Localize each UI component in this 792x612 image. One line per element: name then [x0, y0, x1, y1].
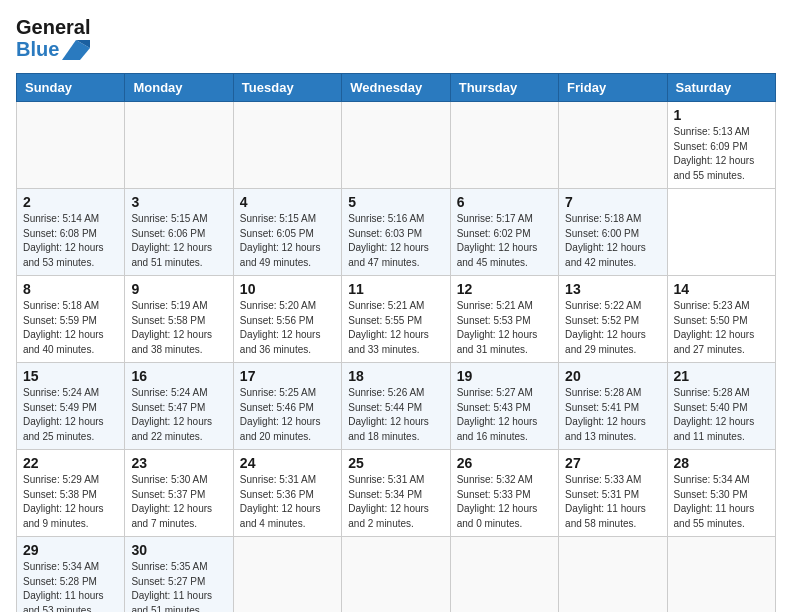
day-number: 27 — [565, 455, 660, 471]
day-number: 25 — [348, 455, 443, 471]
calendar-cell: 25Sunrise: 5:31 AMSunset: 5:34 PMDayligh… — [342, 450, 450, 537]
day-number: 21 — [674, 368, 769, 384]
day-number: 20 — [565, 368, 660, 384]
calendar-cell: 28Sunrise: 5:34 AMSunset: 5:30 PMDayligh… — [667, 450, 775, 537]
day-info: Sunrise: 5:26 AMSunset: 5:44 PMDaylight:… — [348, 387, 429, 442]
calendar-week-4: 22Sunrise: 5:29 AMSunset: 5:38 PMDayligh… — [17, 450, 776, 537]
day-info: Sunrise: 5:20 AMSunset: 5:56 PMDaylight:… — [240, 300, 321, 355]
day-info: Sunrise: 5:34 AMSunset: 5:28 PMDaylight:… — [23, 561, 104, 612]
calendar-cell: 14Sunrise: 5:23 AMSunset: 5:50 PMDayligh… — [667, 276, 775, 363]
day-number: 17 — [240, 368, 335, 384]
calendar-cell: 5Sunrise: 5:16 AMSunset: 6:03 PMDaylight… — [342, 189, 450, 276]
day-number: 30 — [131, 542, 226, 558]
calendar-cell: 20Sunrise: 5:28 AMSunset: 5:41 PMDayligh… — [559, 363, 667, 450]
calendar-cell: 6Sunrise: 5:17 AMSunset: 6:02 PMDaylight… — [450, 189, 558, 276]
calendar-cell: 23Sunrise: 5:30 AMSunset: 5:37 PMDayligh… — [125, 450, 233, 537]
calendar-cell — [342, 537, 450, 613]
calendar-cell: 7Sunrise: 5:18 AMSunset: 6:00 PMDaylight… — [559, 189, 667, 276]
calendar-cell: 9Sunrise: 5:19 AMSunset: 5:58 PMDaylight… — [125, 276, 233, 363]
day-number: 1 — [674, 107, 769, 123]
calendar-cell: 12Sunrise: 5:21 AMSunset: 5:53 PMDayligh… — [450, 276, 558, 363]
calendar-cell — [450, 537, 558, 613]
day-number: 26 — [457, 455, 552, 471]
page-header: General Blue — [16, 16, 776, 61]
day-info: Sunrise: 5:32 AMSunset: 5:33 PMDaylight:… — [457, 474, 538, 529]
calendar-cell — [125, 102, 233, 189]
day-info: Sunrise: 5:27 AMSunset: 5:43 PMDaylight:… — [457, 387, 538, 442]
calendar-cell: 21Sunrise: 5:28 AMSunset: 5:40 PMDayligh… — [667, 363, 775, 450]
day-info: Sunrise: 5:15 AMSunset: 6:06 PMDaylight:… — [131, 213, 212, 268]
col-header-saturday: Saturday — [667, 74, 775, 102]
calendar-cell: 8Sunrise: 5:18 AMSunset: 5:59 PMDaylight… — [17, 276, 125, 363]
calendar-body: 1Sunrise: 5:13 AMSunset: 6:09 PMDaylight… — [17, 102, 776, 613]
day-info: Sunrise: 5:19 AMSunset: 5:58 PMDaylight:… — [131, 300, 212, 355]
day-info: Sunrise: 5:21 AMSunset: 5:53 PMDaylight:… — [457, 300, 538, 355]
calendar-cell: 13Sunrise: 5:22 AMSunset: 5:52 PMDayligh… — [559, 276, 667, 363]
day-number: 2 — [23, 194, 118, 210]
calendar-cell: 10Sunrise: 5:20 AMSunset: 5:56 PMDayligh… — [233, 276, 341, 363]
day-number: 16 — [131, 368, 226, 384]
day-number: 14 — [674, 281, 769, 297]
day-number: 4 — [240, 194, 335, 210]
calendar-cell: 29Sunrise: 5:34 AMSunset: 5:28 PMDayligh… — [17, 537, 125, 613]
day-info: Sunrise: 5:35 AMSunset: 5:27 PMDaylight:… — [131, 561, 212, 612]
calendar-cell: 19Sunrise: 5:27 AMSunset: 5:43 PMDayligh… — [450, 363, 558, 450]
calendar-cell: 22Sunrise: 5:29 AMSunset: 5:38 PMDayligh… — [17, 450, 125, 537]
calendar-cell — [233, 102, 341, 189]
day-info: Sunrise: 5:34 AMSunset: 5:30 PMDaylight:… — [674, 474, 755, 529]
day-number: 8 — [23, 281, 118, 297]
col-header-sunday: Sunday — [17, 74, 125, 102]
day-info: Sunrise: 5:14 AMSunset: 6:08 PMDaylight:… — [23, 213, 104, 268]
day-info: Sunrise: 5:25 AMSunset: 5:46 PMDaylight:… — [240, 387, 321, 442]
day-info: Sunrise: 5:28 AMSunset: 5:41 PMDaylight:… — [565, 387, 646, 442]
col-header-tuesday: Tuesday — [233, 74, 341, 102]
day-number: 13 — [565, 281, 660, 297]
day-info: Sunrise: 5:15 AMSunset: 6:05 PMDaylight:… — [240, 213, 321, 268]
calendar-cell — [667, 537, 775, 613]
day-number: 18 — [348, 368, 443, 384]
calendar-cell: 1Sunrise: 5:13 AMSunset: 6:09 PMDaylight… — [667, 102, 775, 189]
calendar-cell: 26Sunrise: 5:32 AMSunset: 5:33 PMDayligh… — [450, 450, 558, 537]
logo-icon — [62, 40, 90, 60]
calendar-cell — [450, 102, 558, 189]
day-info: Sunrise: 5:23 AMSunset: 5:50 PMDaylight:… — [674, 300, 755, 355]
calendar-cell — [559, 102, 667, 189]
logo-general: General — [16, 16, 90, 38]
day-info: Sunrise: 5:22 AMSunset: 5:52 PMDaylight:… — [565, 300, 646, 355]
calendar-week-2: 8Sunrise: 5:18 AMSunset: 5:59 PMDaylight… — [17, 276, 776, 363]
col-header-wednesday: Wednesday — [342, 74, 450, 102]
logo: General Blue — [16, 16, 90, 61]
calendar-cell: 17Sunrise: 5:25 AMSunset: 5:46 PMDayligh… — [233, 363, 341, 450]
day-info: Sunrise: 5:24 AMSunset: 5:47 PMDaylight:… — [131, 387, 212, 442]
day-info: Sunrise: 5:31 AMSunset: 5:36 PMDaylight:… — [240, 474, 321, 529]
col-header-friday: Friday — [559, 74, 667, 102]
day-number: 24 — [240, 455, 335, 471]
day-number: 15 — [23, 368, 118, 384]
logo-blue: Blue — [16, 38, 59, 61]
day-number: 10 — [240, 281, 335, 297]
calendar-cell: 2Sunrise: 5:14 AMSunset: 6:08 PMDaylight… — [17, 189, 125, 276]
day-info: Sunrise: 5:17 AMSunset: 6:02 PMDaylight:… — [457, 213, 538, 268]
day-info: Sunrise: 5:24 AMSunset: 5:49 PMDaylight:… — [23, 387, 104, 442]
day-number: 28 — [674, 455, 769, 471]
calendar-cell: 27Sunrise: 5:33 AMSunset: 5:31 PMDayligh… — [559, 450, 667, 537]
calendar-header-row: SundayMondayTuesdayWednesdayThursdayFrid… — [17, 74, 776, 102]
day-number: 22 — [23, 455, 118, 471]
calendar-cell — [17, 102, 125, 189]
day-info: Sunrise: 5:33 AMSunset: 5:31 PMDaylight:… — [565, 474, 646, 529]
day-number: 29 — [23, 542, 118, 558]
calendar-week-3: 15Sunrise: 5:24 AMSunset: 5:49 PMDayligh… — [17, 363, 776, 450]
calendar-week-0: 1Sunrise: 5:13 AMSunset: 6:09 PMDaylight… — [17, 102, 776, 189]
calendar-cell: 3Sunrise: 5:15 AMSunset: 6:06 PMDaylight… — [125, 189, 233, 276]
calendar-cell — [559, 537, 667, 613]
day-number: 19 — [457, 368, 552, 384]
day-number: 12 — [457, 281, 552, 297]
day-info: Sunrise: 5:28 AMSunset: 5:40 PMDaylight:… — [674, 387, 755, 442]
day-number: 3 — [131, 194, 226, 210]
col-header-monday: Monday — [125, 74, 233, 102]
calendar-cell: 16Sunrise: 5:24 AMSunset: 5:47 PMDayligh… — [125, 363, 233, 450]
day-number: 6 — [457, 194, 552, 210]
day-number: 11 — [348, 281, 443, 297]
col-header-thursday: Thursday — [450, 74, 558, 102]
day-info: Sunrise: 5:16 AMSunset: 6:03 PMDaylight:… — [348, 213, 429, 268]
